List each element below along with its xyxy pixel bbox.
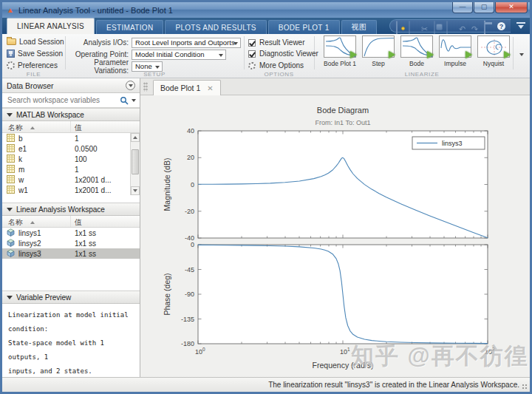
variable-row-linsys3[interactable]: linsys31x1 ss [2, 248, 140, 259]
gallery-item-step[interactable]: Step [360, 35, 397, 74]
nyquist-thumbnail-icon [477, 35, 510, 58]
plot-title: Bode Diagram [317, 106, 369, 115]
workspace-scrollbar[interactable] [130, 133, 140, 195]
analysis-ios-dropdown[interactable]: Root Level Inports and Outports [132, 38, 241, 48]
save-session-button[interactable]: Save Session [7, 48, 63, 58]
ribbon-tab-view[interactable]: 视图 [341, 20, 378, 34]
window-title: Linear Analysis Tool - untitled - Bode P… [18, 6, 173, 15]
gallery-more-icon[interactable] [519, 53, 524, 56]
data-browser-menu-button[interactable] [126, 81, 135, 90]
ribbon-tab-estimation[interactable]: ESTIMATION [96, 20, 163, 34]
bode-plot-figure: Bode DiagramFrom: In1 To: Out140200-20-4… [140, 95, 530, 377]
run-arrow-icon [466, 51, 472, 58]
svg-text:100: 100 [195, 347, 205, 356]
snapshot-icon[interactable] [396, 21, 405, 30]
analysis-ios-label: Analysis I/Os: [65, 38, 129, 47]
minimize-button[interactable]: — [452, 2, 473, 13]
variable-preview-header[interactable]: Variable Preview [2, 291, 140, 304]
cut-icon: ✂ [421, 21, 430, 30]
close-tab-icon[interactable]: ✕ [207, 84, 213, 92]
document-area: Bode Plot 1 ✕ Bode DiagramFrom: In1 To: … [140, 78, 530, 377]
result-viewer-checkbox[interactable]: Result Viewer [248, 38, 305, 47]
variable-row-m[interactable]: m1 [2, 164, 140, 174]
gallery-item-bode[interactable]: Bode [398, 35, 435, 74]
ribbon-tab-linear-analysis[interactable]: LINEAR ANALYSIS [7, 18, 95, 34]
svg-text:-45: -45 [185, 266, 194, 274]
matlab-workspace-header[interactable]: MATLAB Workspace [2, 108, 140, 121]
disk-icon [7, 50, 15, 58]
ribbon-section-file: Load Session Save Session Preferences FI… [2, 34, 65, 78]
data-browser-title: Data Browser [7, 81, 54, 90]
search-input[interactable] [6, 95, 120, 105]
gallery-item-impulse[interactable]: Impulse [437, 35, 474, 74]
close-button[interactable]: ✕ [495, 2, 528, 13]
paste-icon [446, 21, 455, 30]
scroll-up-icon[interactable] [131, 133, 140, 142]
scroll-down-icon[interactable] [131, 186, 140, 195]
variable-row-b[interactable]: b1 [2, 133, 140, 143]
ribbon-section-setup: Analysis I/Os: Root Level Inports and Ou… [65, 34, 244, 78]
undo-icon: ↶ [459, 21, 468, 30]
variable-icon [7, 228, 15, 238]
variable-row-w1[interactable]: w11x2001 d... [2, 185, 140, 195]
more-options-button[interactable]: More Options [248, 61, 304, 70]
variable-row-e1[interactable]: e10.0500 [2, 143, 140, 154]
watermark: 知乎 @再不彷徨 [351, 341, 529, 372]
redo-icon: ↷ [471, 21, 480, 30]
bode-plot-1-thumbnail-icon [324, 35, 356, 58]
linear-workspace-header[interactable]: Linear Analysis Workspace [2, 203, 140, 216]
layout-icon[interactable] [484, 21, 493, 30]
document-tab-bode-plot-1[interactable]: Bode Plot 1 ✕ [153, 80, 221, 95]
magnitude-axis-label: Magnitude (dB) [163, 158, 171, 211]
variable-icon [7, 186, 15, 195]
collapse-ribbon-icon[interactable] [516, 22, 525, 30]
gallery-item-nyquist[interactable]: Nyquist [475, 35, 512, 74]
gallery-item-bode-plot-1[interactable]: Bode Plot 1 [321, 35, 358, 74]
collapse-triangle-icon [7, 113, 13, 117]
main-area: Data Browser MATLAB Workspace 名称 值 [2, 78, 530, 377]
diagnostic-viewer-checkbox[interactable]: Diagnostic Viewer [248, 49, 318, 58]
setup-section-label: SETUP [65, 71, 244, 78]
quick-access-toolbar: ✂ ↶ ↷ ? [389, 19, 511, 33]
restore-button[interactable]: ▢ [474, 2, 494, 13]
matlab-workspace-table-header[interactable]: 名称 值 [2, 121, 140, 133]
svg-text:20: 20 [187, 154, 194, 161]
linear-workspace-rows: linsys11x1 sslinsys21x1 sslinsys31x1 ss [2, 228, 140, 259]
load-session-button[interactable]: Load Session [7, 36, 64, 47]
sort-asc-icon [30, 221, 35, 224]
ribbon-tab-bode-plot-1[interactable]: BODE PLOT 1 [268, 20, 340, 34]
search-icon[interactable] [120, 96, 129, 105]
operating-point-dropdown[interactable]: Model Initial Condition [132, 50, 226, 60]
help-icon[interactable]: ? [497, 21, 506, 31]
collapse-triangle-icon [7, 208, 13, 211]
variable-icon [7, 239, 15, 248]
matlab-workspace-rows: b1e10.0500k100m1w1x2001 d...w11x2001 d..… [2, 133, 140, 195]
variable-row-k[interactable]: k100 [2, 154, 140, 164]
ribbon-tab-plots-and-results[interactable]: PLOTS AND RESULTS [165, 20, 266, 34]
gear-icon [7, 61, 15, 69]
linear-workspace-table-header[interactable]: 名称 值 [2, 216, 140, 228]
svg-text:0: 0 [191, 241, 194, 248]
preferences-button[interactable]: Preferences [7, 60, 58, 70]
ribbon: Load Session Save Session Preferences FI… [2, 34, 530, 78]
data-browser-panel: Data Browser MATLAB Workspace 名称 值 [2, 78, 140, 377]
svg-text:-90: -90 [185, 291, 194, 298]
variable-row-linsys2[interactable]: linsys21x1 ss [2, 238, 140, 248]
run-arrow-icon [427, 51, 434, 58]
search-options-icon[interactable] [132, 99, 136, 102]
drag-handle-icon[interactable] [143, 82, 148, 92]
resize-grip[interactable] [522, 384, 528, 390]
legend[interactable]: linsys3 [412, 137, 485, 149]
phase-axis-label: Phase (deg) [163, 273, 171, 315]
variable-row-linsys1[interactable]: linsys11x1 ss [2, 228, 140, 238]
variable-preview-text: Linearization at model initialcondition:… [2, 304, 140, 377]
parameter-variations-dropdown[interactable]: None [132, 61, 163, 72]
run-arrow-icon [389, 51, 395, 58]
variable-row-w[interactable]: w1x2001 d... [2, 174, 140, 185]
legend-label: linsys3 [442, 140, 463, 147]
save-icon [409, 21, 417, 30]
scrollbar-thumb[interactable] [132, 149, 139, 174]
variable-icon [7, 175, 15, 185]
ribbon-tabs: LINEAR ANALYSISESTIMATIONPLOTS AND RESUL… [7, 18, 378, 34]
status-bar: The linearization result "linsys3" is cr… [2, 377, 530, 392]
